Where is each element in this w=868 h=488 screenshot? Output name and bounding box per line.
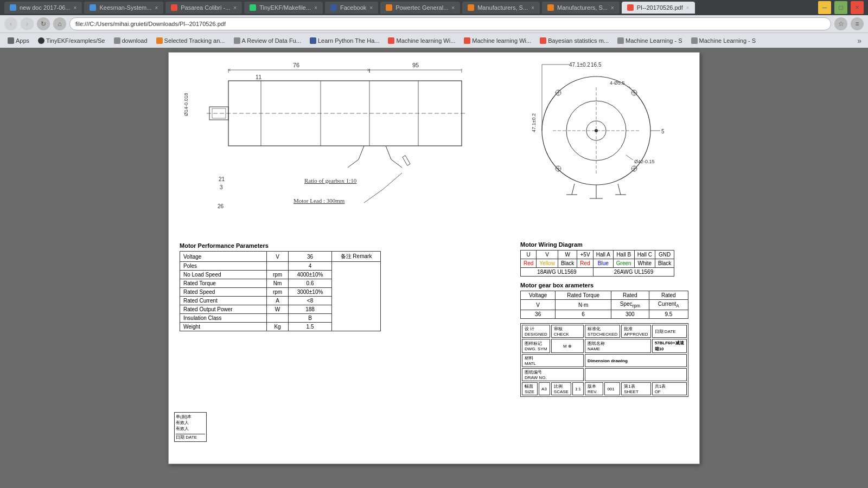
- svg-text:4-Ø5.5: 4-Ø5.5: [610, 80, 625, 86]
- wiring-color-hb: Green: [613, 259, 634, 268]
- gb-header-torque: Rated Torque: [556, 291, 611, 300]
- param-voltage-label: Voltage: [180, 252, 267, 262]
- svg-text:5: 5: [661, 129, 665, 134]
- param-rt-value: 0.6: [289, 279, 332, 288]
- wiring-header-ha: Hall A: [593, 251, 613, 259]
- param-rop-value: 188: [289, 305, 332, 314]
- param-rc-label: Rated Current: [180, 297, 267, 305]
- tab-2[interactable]: Keesman-System... ×: [84, 2, 163, 14]
- bookmark-download[interactable]: download: [111, 36, 151, 45]
- address-bar[interactable]: file:///C:/Users/mihai.gruieti/Downloads…: [69, 17, 831, 30]
- bookmark-github-label: TinyEKF/examples/Se: [46, 37, 105, 44]
- param-voltage-value: 36: [289, 252, 332, 262]
- bookmark-review[interactable]: A Review of Data Fu...: [231, 36, 304, 45]
- bookmark-github[interactable]: TinyEKF/examples/Se: [35, 36, 108, 45]
- svg-line-49: [572, 184, 575, 195]
- tab-close-6[interactable]: ×: [451, 5, 455, 11]
- tab-close-2[interactable]: ×: [155, 5, 158, 11]
- gb-val-voltage: 36: [521, 310, 556, 319]
- gearbox-section: Motor gear box arameters Voltage Rated T…: [520, 282, 688, 319]
- home-button[interactable]: ⌂: [53, 17, 66, 30]
- bookmark-python[interactable]: Learn Python The Ha...: [307, 36, 383, 45]
- tb-check: 审核CHECK: [551, 325, 584, 338]
- tb-stdcheck: 标准化STDCHECKED: [585, 325, 620, 338]
- svg-text:Ratio of gearbox 1:10: Ratio of gearbox 1:10: [304, 177, 357, 184]
- tab-3[interactable]: Pasarea Colibri -... ×: [165, 2, 242, 14]
- bookmark-ml2[interactable]: Machine learning Wi...: [461, 36, 534, 45]
- bookmark-ml4[interactable]: Machine Learning - S: [688, 36, 760, 45]
- forward-button[interactable]: ›: [21, 17, 34, 30]
- wiring-color-ha: Blue: [593, 259, 613, 268]
- tab-close-9[interactable]: ×: [686, 5, 690, 11]
- minimize-button[interactable]: ─: [818, 1, 831, 14]
- gb-val-speed: 300: [611, 310, 649, 319]
- svg-line-11: [386, 146, 391, 159]
- bookmark-ml3[interactable]: Machine Learning - S: [614, 36, 686, 45]
- wiring-color-w: Black: [558, 259, 577, 268]
- close-button[interactable]: ×: [851, 1, 864, 14]
- bookmark-apps[interactable]: Apps: [4, 36, 33, 45]
- tb-size-label: 幅面SIZE: [522, 382, 538, 395]
- tab-7[interactable]: Manufacturers, S... ×: [462, 2, 540, 14]
- svg-text:21: 21: [219, 176, 225, 182]
- tab-4[interactable]: TinyEKF/Makefile... ×: [244, 2, 323, 14]
- param-rs-unit: rpm: [267, 288, 289, 297]
- address-bar-row: ‹ › ↻ ⌂ file:///C:/Users/mihai.gruieti/D…: [0, 15, 868, 33]
- ml2-icon: [464, 37, 470, 44]
- technical-drawing-svg: 76 95 11 21 3 26 Ø14-0.018 Ratio of gear…: [180, 59, 483, 243]
- wiring-color-5v: Red: [577, 259, 593, 268]
- tab-close-4[interactable]: ×: [314, 5, 317, 11]
- param-voltage-remark: 备注 Remark: [332, 252, 381, 262]
- bookmark-ml1[interactable]: Machine learning Wi...: [385, 36, 458, 45]
- gearbox-title: Motor gear box arameters: [520, 282, 688, 288]
- back-button[interactable]: ‹: [4, 17, 17, 30]
- tab-5[interactable]: Facebook ×: [325, 2, 378, 14]
- param-ic-unit: [267, 314, 289, 323]
- svg-line-29: [364, 189, 383, 203]
- bookmark-bayesian[interactable]: Bayesian statistics m...: [537, 36, 612, 45]
- bookmark-review-label: A Review of Data Fu...: [242, 37, 301, 44]
- tab-close-3[interactable]: ×: [233, 5, 237, 11]
- param-poles-label: Poles: [180, 262, 267, 271]
- svg-text:Ø14-0.018: Ø14-0.018: [183, 93, 189, 116]
- tab-6[interactable]: Powertec General... ×: [380, 2, 460, 14]
- wiring-header-gnd: GND: [655, 251, 674, 259]
- tab-8[interactable]: Manufacturers, S... ×: [542, 2, 620, 14]
- tab-close-8[interactable]: ×: [611, 5, 614, 11]
- gb-header-current: Rated: [649, 291, 688, 300]
- performance-table: Voltage V 36 备注 Remark Poles 4 No Load S…: [180, 251, 381, 331]
- param-rs-value: 3000±10%: [289, 288, 332, 297]
- tb-date: 日期 DATE: [652, 325, 687, 338]
- bookmark-bayesian-label: Bayesian statistics m...: [548, 37, 609, 44]
- bookmark-tracking[interactable]: Selected Tracking an...: [153, 36, 228, 45]
- tab-9[interactable]: PI--20170526.pdf ×: [622, 2, 695, 14]
- tab-1[interactable]: new doc 2017-06... ×: [4, 2, 82, 14]
- gb-unit-torque: N·m: [556, 300, 611, 310]
- tab-close-7[interactable]: ×: [531, 5, 534, 11]
- circular-view-svg: 47.1±0.2 16.5 4-Ø5.5 Ø42-0.15 5 47.1±0.2: [526, 60, 688, 201]
- svg-text:3: 3: [220, 184, 223, 190]
- param-weight-label: Weight: [180, 323, 267, 331]
- wiring-diagram-section: Motor Wiring Diagram U V W +5V Hall A Ha…: [520, 241, 688, 397]
- param-nls-value: 4000±10%: [289, 271, 332, 279]
- bookmarks-bar: Apps TinyEKF/examples/Se download Select…: [0, 33, 868, 48]
- more-bookmarks-button[interactable]: »: [855, 36, 864, 45]
- menu-button[interactable]: ≡: [851, 17, 864, 30]
- wiring-spec2: 26AWG UL1569: [593, 268, 674, 277]
- tab-close-1[interactable]: ×: [74, 5, 77, 11]
- wiring-header-hc: Hall C: [634, 251, 655, 259]
- tab-close-5[interactable]: ×: [369, 5, 373, 11]
- bookmark-ml4-label: Machine Learning - S: [699, 37, 756, 44]
- svg-text:76: 76: [293, 62, 299, 68]
- param-rop-unit: W: [267, 305, 289, 314]
- tab-favicon-4: [250, 4, 256, 11]
- param-rt-label: Rated Torque: [180, 279, 267, 288]
- refresh-button[interactable]: ↻: [37, 17, 50, 30]
- gb-unit-voltage: V: [521, 300, 556, 310]
- gb-unit-speed: Specrpm: [611, 300, 649, 310]
- bookmark-star[interactable]: ☆: [834, 17, 847, 30]
- tb-proj-symbol: M ⊕: [551, 339, 584, 353]
- param-rc-value: <8: [289, 297, 332, 305]
- maximize-button[interactable]: □: [834, 1, 847, 14]
- tab-favicon-8: [547, 4, 554, 11]
